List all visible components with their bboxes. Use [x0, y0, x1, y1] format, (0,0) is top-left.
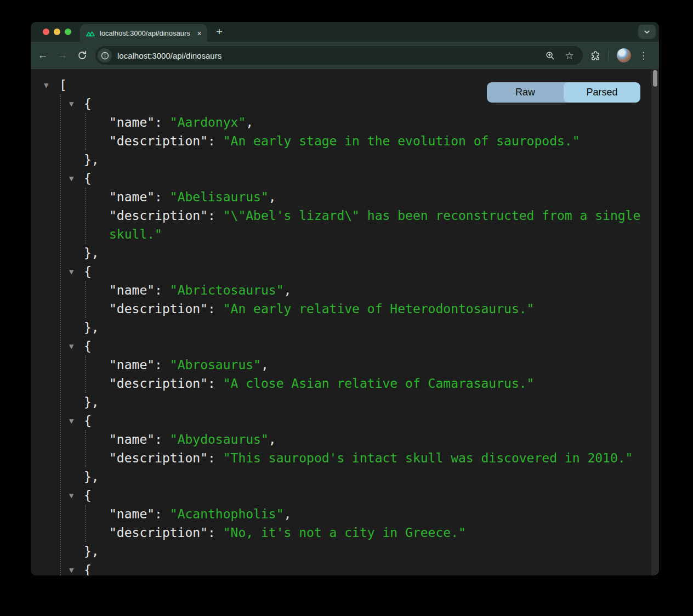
json-punctuation: },: [84, 246, 99, 260]
json-punctuation: "name":: [109, 283, 170, 297]
json-line: "description": "No, it's not a city in G…: [31, 523, 641, 542]
toolbar-divider: [609, 50, 609, 61]
tab-localhost-dinosaurs[interactable]: localhost:3000/api/dinosaurs ×: [80, 24, 207, 42]
json-punctuation: ,: [284, 507, 292, 521]
tab-strip: localhost:3000/api/dinosaurs × +: [31, 22, 659, 42]
bookmark-star-icon[interactable]: ☆: [565, 50, 574, 61]
json-value: "Abrictosaurus": [170, 283, 284, 297]
json-line: "name": "Abydosaurus",: [31, 430, 641, 449]
json-value: "Abydosaurus": [170, 432, 269, 447]
json-line: "name": "Acanthopholis",: [31, 505, 641, 523]
json-line: ▼{: [31, 411, 651, 430]
json-punctuation: "name":: [109, 432, 170, 447]
browser-toolbar: ← → localhost:3000/api/dinosaurs: [31, 42, 659, 69]
json-line: ▼{: [31, 169, 651, 188]
json-entry: ▼{"name": "Acanthopholis","description":…: [31, 486, 651, 561]
json-punctuation: "description":: [109, 302, 223, 316]
json-line: "description": "A close Asian relative o…: [31, 374, 641, 393]
json-entry: ▼{: [31, 561, 651, 575]
close-tab-icon[interactable]: ×: [197, 29, 202, 37]
collapse-triangle-icon[interactable]: ▼: [44, 76, 48, 94]
json-value: "Abrosaurus": [170, 358, 261, 372]
profile-avatar[interactable]: [617, 48, 631, 63]
json-punctuation: {: [84, 97, 92, 111]
json-punctuation: ,: [246, 115, 253, 129]
json-punctuation: },: [84, 320, 99, 335]
json-line: },: [31, 393, 651, 411]
site-info-icon[interactable]: [98, 48, 112, 63]
json-line: "name": "Abrosaurus",: [31, 355, 641, 374]
json-punctuation: "name":: [109, 115, 170, 129]
json-entry: ▼{"name": "Abrosaurus","description": "A…: [31, 337, 651, 411]
url-text: localhost:3000/api/dinosaurs: [117, 51, 546, 60]
minimize-window-button[interactable]: [54, 29, 60, 35]
collapse-triangle-icon[interactable]: ▼: [69, 262, 73, 281]
json-punctuation: "name":: [109, 507, 170, 521]
back-icon[interactable]: ←: [33, 49, 53, 61]
json-punctuation: },: [84, 152, 99, 167]
json-punctuation: ,: [269, 432, 276, 447]
json-punctuation: {: [84, 264, 92, 279]
json-line: "name": "Abrictosaurus",: [31, 281, 641, 299]
json-line: "description": "\"Abel's lizard\" has be…: [31, 206, 641, 244]
json-punctuation: "description":: [109, 134, 223, 148]
json-punctuation: },: [84, 544, 99, 558]
collapse-triangle-icon[interactable]: ▼: [69, 169, 73, 188]
fullscreen-window-button[interactable]: [65, 29, 71, 35]
json-value: "A close Asian relative of Camarasaurus.…: [223, 376, 535, 391]
json-line: },: [31, 318, 651, 337]
tab-title: localhost:3000/api/dinosaurs: [100, 29, 192, 37]
json-line: },: [31, 542, 651, 561]
nuxt-favicon-icon: [86, 30, 95, 37]
chevron-down-icon: [644, 30, 650, 34]
json-punctuation: "name":: [109, 358, 170, 372]
json-punctuation: {: [84, 414, 92, 428]
json-punctuation: [: [59, 78, 67, 92]
raw-parsed-toggle: Raw Parsed: [487, 82, 640, 103]
collapse-triangle-icon[interactable]: ▼: [69, 94, 73, 113]
address-bar[interactable]: localhost:3000/api/dinosaurs ☆: [95, 46, 583, 65]
json-line: ▼{: [31, 486, 651, 505]
json-line: },: [31, 467, 651, 486]
json-punctuation: {: [84, 563, 92, 575]
json-entry: ▼{"name": "Aardonyx","description": "An …: [31, 94, 651, 169]
scrollbar-thumb[interactable]: [653, 70, 657, 87]
json-punctuation: "description":: [109, 376, 223, 391]
vertical-scrollbar[interactable]: [651, 69, 659, 575]
json-entry: ▼{"name": "Abelisaurus","description": "…: [31, 169, 651, 262]
json-punctuation: "description":: [109, 451, 223, 465]
json-value: "This sauropod's intact skull was discov…: [223, 451, 633, 465]
json-value: "An early relative of Heterodontosaurus.…: [223, 302, 535, 316]
json-line: "name": "Aardonyx",: [31, 113, 641, 132]
close-window-button[interactable]: [43, 29, 49, 35]
new-tab-button[interactable]: +: [213, 25, 226, 38]
collapse-triangle-icon[interactable]: ▼: [69, 411, 73, 430]
reload-icon[interactable]: [72, 50, 92, 60]
json-line: },: [31, 244, 651, 262]
json-punctuation: {: [84, 488, 92, 502]
json-line: ▼{: [31, 337, 651, 355]
collapse-triangle-icon[interactable]: ▼: [69, 486, 73, 505]
json-punctuation: },: [84, 470, 99, 484]
json-value: "No, it's not a city in Greece.": [223, 525, 466, 540]
json-punctuation: {: [84, 339, 92, 353]
json-value: "An early stage in the evolution of saur…: [223, 134, 580, 148]
json-value: "Aardonyx": [170, 115, 246, 129]
browser-menu-icon[interactable]: ⋮: [639, 50, 648, 61]
json-value: "Acanthopholis": [170, 507, 284, 521]
collapse-triangle-icon[interactable]: ▼: [69, 337, 73, 355]
page-zoom-icon[interactable]: [546, 51, 555, 60]
json-line: },: [31, 150, 651, 169]
json-punctuation: {: [84, 171, 92, 185]
json-line: ▼{: [31, 561, 651, 575]
json-punctuation: ,: [269, 190, 276, 204]
json-value: "Abelisaurus": [170, 190, 269, 204]
raw-button[interactable]: Raw: [487, 82, 564, 103]
json-punctuation: },: [84, 395, 99, 409]
collapse-triangle-icon[interactable]: ▼: [69, 561, 73, 575]
parsed-button[interactable]: Parsed: [564, 82, 640, 103]
tab-search-button[interactable]: [638, 25, 656, 39]
extensions-puzzle-icon[interactable]: [590, 50, 601, 61]
json-punctuation: "description":: [109, 208, 223, 223]
json-punctuation: ,: [261, 358, 269, 372]
